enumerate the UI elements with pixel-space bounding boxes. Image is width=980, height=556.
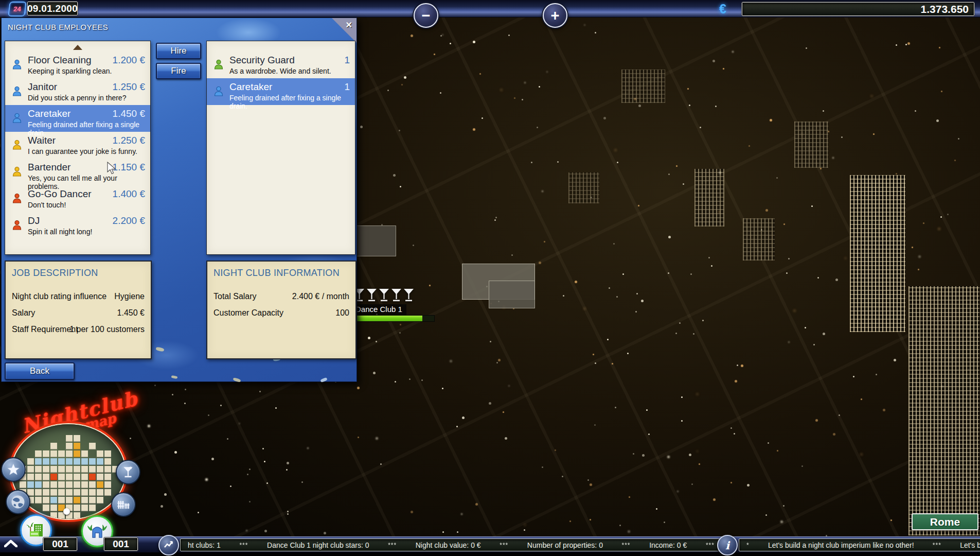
employee-value: 1.250 €: [113, 81, 145, 93]
minimap-cell: [50, 497, 57, 503]
ticker-item: Number of properties: 0: [527, 541, 603, 549]
employee-name: Floor Cleaning: [28, 55, 92, 66]
minimap-cell: [58, 458, 65, 465]
close-button[interactable]: ✕: [332, 18, 357, 43]
employee-row[interactable]: Bartender1.150 €Yes, you can tell me all…: [5, 159, 150, 185]
info-value: 1 per 100 customers: [69, 325, 145, 334]
minimap-cell: [58, 466, 65, 473]
minimap-cell: [43, 497, 49, 503]
info-label: Customer Capacity: [213, 308, 283, 318]
back-button[interactable]: Back: [5, 362, 75, 380]
minimap-cell: [97, 458, 103, 465]
minimap-cell: [27, 481, 34, 488]
employee-name: Caretaker: [229, 81, 272, 93]
employee-row[interactable]: Floor Cleaning1.200 €Keeping it sparklin…: [5, 51, 150, 78]
properties-filter-button[interactable]: [111, 492, 136, 517]
stats-icon[interactable]: [158, 535, 179, 555]
minimap-cell: [104, 481, 111, 488]
plus-icon: +: [551, 5, 560, 26]
fire-button[interactable]: Fire: [156, 63, 201, 79]
city-name-sign: Rome: [912, 513, 978, 530]
speed-plus-button[interactable]: +: [543, 3, 567, 28]
employee-row[interactable]: Caretaker1.450 €Feeling drained after fi…: [5, 105, 150, 132]
game-screen: Dance Club 1 Rome 24 09.01.2000 € 1.373.…: [0, 0, 980, 556]
minimap-cell: [81, 505, 88, 511]
hired-row[interactable]: Security Guard1As a wardrobe. Wide and s…: [207, 51, 355, 78]
ticker-separator: *: [746, 542, 750, 549]
club-name-label[interactable]: Dance Club 1: [353, 304, 406, 315]
minimap-cell: [104, 466, 111, 473]
minimap-cell: [43, 481, 49, 488]
info-label: Night club rating influence: [12, 292, 106, 301]
info-label: Staff Requirement: [12, 325, 78, 334]
employee-desc: Spin it all night long!: [28, 228, 92, 236]
minimap-cell: [74, 474, 80, 480]
employee-row[interactable]: Waiter1.250 €I can guarantee your joke i…: [5, 132, 150, 159]
minimap-cell: [66, 489, 73, 496]
chevron-up-icon[interactable]: [4, 539, 17, 549]
minimap-cell: [104, 489, 111, 496]
person-icon: [213, 85, 224, 97]
hired-row[interactable]: Caretaker1Feeling drained after fixing a…: [207, 78, 355, 105]
minimap-cell: [74, 505, 80, 511]
person-icon: [11, 85, 23, 97]
player-position-dot: [63, 508, 70, 515]
lit-tower: [850, 175, 905, 332]
employee-row[interactable]: Go-Go Dancer1.400 €Don't touch!: [5, 185, 150, 212]
money-display: 1.373.650: [742, 2, 974, 16]
minimap-cell: [89, 481, 96, 488]
minimap-cell: [27, 474, 34, 480]
employee-value: 1.250 €: [113, 135, 145, 146]
minimap-cell: [43, 450, 49, 457]
minimap-cell: [89, 466, 96, 473]
minimap-cell: [50, 481, 57, 488]
minimap-cell: [20, 481, 26, 488]
ticker-item: Night club value: 0 €: [416, 541, 481, 549]
club-information-title: NIGHT CLUB INFORMATION: [213, 268, 340, 279]
minimap-cell: [50, 443, 57, 449]
job-description-title: JOB DESCRIPTION: [12, 268, 98, 279]
dialog-title: NIGHT CLUB EMPLOYEES: [8, 23, 108, 31]
world-map-button[interactable]: [6, 490, 30, 514]
minimap-cell: [74, 497, 80, 503]
employee-value: 1.150 €: [113, 162, 145, 173]
minimap-cell: [74, 458, 80, 465]
employee-value: 1.200 €: [113, 55, 145, 66]
nightclub-filter-button[interactable]: [116, 460, 140, 484]
favorites-button[interactable]: [1, 457, 26, 482]
minimap-cell: [66, 497, 73, 503]
hire-button[interactable]: Hire: [156, 43, 201, 59]
minimap-cell: [50, 466, 57, 473]
info-row: Total Salary2.400 € / month: [213, 288, 349, 305]
employee-row[interactable]: Janitor1.250 €Did you stick a penny in t…: [5, 78, 150, 105]
minimap-cell: [35, 466, 42, 473]
minimap-cell: [74, 481, 80, 488]
martini-glass-icon: [378, 288, 390, 305]
lit-tower: [794, 121, 828, 168]
info-value: 100: [335, 308, 349, 318]
info-row: Night club rating influenceHygiene: [12, 288, 145, 305]
hired-employee-list: Security Guard1As a wardrobe. Wide and s…: [206, 41, 355, 255]
employee-value: 1.400 €: [113, 188, 145, 200]
clubs-counter: 001: [104, 537, 138, 551]
minimap-cell: [97, 474, 103, 480]
info-row: Salary1.450 €: [12, 305, 145, 321]
news-ticker: ht clubs: 1***Dance Club 1 night club st…: [180, 538, 722, 551]
info-row: Staff Requirement1 per 100 customers: [12, 321, 145, 338]
scroll-up-icon[interactable]: [73, 45, 82, 50]
ticker-item: Let's build a night club imperium like n…: [768, 541, 914, 549]
employee-name: Security Guard: [229, 55, 295, 66]
info-icon[interactable]: i: [717, 535, 738, 555]
euro-icon: €: [719, 2, 726, 16]
cocktail-icon: [121, 465, 135, 479]
minimap-cell: [58, 450, 65, 457]
flat-building: [489, 281, 535, 308]
employee-row[interactable]: DJ2.200 €Spin it all night long!: [5, 212, 150, 239]
minimap-cell: [74, 435, 80, 442]
minimap-cell: [66, 474, 73, 480]
speed-minus-button[interactable]: −: [414, 3, 438, 28]
ticker-separator: ***: [239, 542, 248, 549]
info-value: 2.400 € / month: [292, 292, 349, 301]
minimap-cell: [81, 497, 88, 503]
hint-ticker: *Let's build a night club imperium like …: [739, 538, 980, 551]
